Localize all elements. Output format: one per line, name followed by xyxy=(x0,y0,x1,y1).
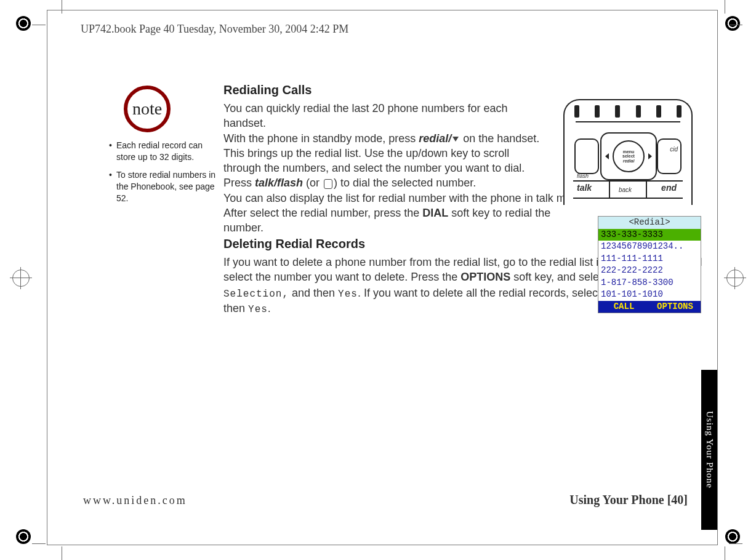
key-label-dial: DIAL xyxy=(422,207,448,219)
paragraph: Press talk/flash (or ) to dial the selec… xyxy=(223,175,593,190)
crop-mark-icon xyxy=(729,543,742,544)
crop-mark-icon xyxy=(729,25,742,25)
nav-center-button: menu select redial xyxy=(613,140,645,172)
text: ) to dial the selected number. xyxy=(334,177,476,189)
handset-top-bars xyxy=(565,105,691,119)
text: soft key, and select xyxy=(510,271,611,283)
softkey-call: CALL xyxy=(598,301,649,313)
registration-target-icon xyxy=(12,270,30,287)
text: With the phone in standby mode, press xyxy=(223,132,419,145)
menu-option-yes: Yes xyxy=(338,289,358,300)
paragraph: You can also display the list for redial… xyxy=(223,191,593,236)
crop-mark-icon xyxy=(725,546,725,560)
nav-pad: menu select redial xyxy=(600,132,657,180)
lcd-row: 111-111-1111 xyxy=(598,253,701,265)
lcd-screen: <Redial> 333-333-3333 12345678901234.. 1… xyxy=(598,216,701,313)
note-list: Each redial record can store up to 32 di… xyxy=(109,140,220,210)
softkey-options: OPTIONS xyxy=(649,301,701,313)
nav-left-icon xyxy=(605,153,609,159)
phonebook-button-outline xyxy=(574,138,599,174)
registration-mark-icon xyxy=(16,16,31,31)
lcd-row: 12345678901234.. xyxy=(598,241,701,253)
handset-screen-divider xyxy=(576,121,680,124)
label-talk: talk xyxy=(577,183,592,193)
nav-label-menu: menu xyxy=(623,150,635,154)
note-item: To store redial numbers in the Phonebook… xyxy=(109,169,220,204)
text: Press xyxy=(223,177,255,189)
registration-mark-icon xyxy=(16,529,31,544)
cid-button-outline xyxy=(657,138,682,174)
registration-mark-icon xyxy=(725,16,740,31)
lcd-title: <Redial> xyxy=(598,217,701,229)
lcd-softkey-row: CALL OPTIONS xyxy=(598,301,701,313)
note-icon: note xyxy=(124,86,171,132)
side-tab-label: Using Your Phone xyxy=(701,370,717,530)
footer-page-title: Using Your Phone [40] xyxy=(569,493,688,507)
text: (or xyxy=(303,177,323,189)
text: . xyxy=(268,302,271,314)
paragraph: With the phone in standby mode, press re… xyxy=(223,131,550,176)
footer-url: www.uniden.com xyxy=(83,494,187,507)
lcd-row: 1-817-858-3300 xyxy=(598,277,701,289)
handset-illustration: menu select redial cid flash talk back e… xyxy=(563,99,693,205)
nav-label-redial: redial xyxy=(623,159,635,163)
text: . If you want to delete all the redial r… xyxy=(358,287,604,299)
key-label-redial: redial/ xyxy=(419,132,451,145)
crop-mark-icon xyxy=(62,546,62,560)
crop-mark-icon xyxy=(32,25,46,25)
lcd-selected-row: 333-333-3333 xyxy=(598,229,701,241)
nav-right-icon xyxy=(648,153,652,159)
document-page: UP742.book Page 40 Tuesday, November 30,… xyxy=(47,10,718,545)
lcd-row: 222-222-2222 xyxy=(598,265,701,277)
text: and then xyxy=(289,287,338,299)
paragraph: You can quickly redial the last 20 phone… xyxy=(223,101,550,131)
nav-label-select: select xyxy=(622,154,635,158)
registration-target-icon xyxy=(726,270,744,287)
key-label-talk-flash: talk/flash xyxy=(255,177,303,189)
menu-option-yes: Yes xyxy=(248,304,268,315)
label-flash: flash xyxy=(577,173,589,179)
label-back: back xyxy=(619,186,632,193)
page-header-text: UP742.book Page 40 Tuesday, November 30,… xyxy=(81,23,348,36)
heading-redialing-calls: Redialing Calls xyxy=(223,82,710,98)
crop-mark-icon xyxy=(32,543,46,544)
note-label: note xyxy=(132,99,162,119)
label-end: end xyxy=(661,183,677,193)
key-label-options: OPTIONS xyxy=(460,271,510,283)
crop-mark-icon xyxy=(725,0,725,14)
lcd-row: 101-101-1010 xyxy=(598,289,701,301)
down-arrow-icon xyxy=(452,137,459,142)
registration-mark-icon xyxy=(725,529,740,544)
speaker-key-icon xyxy=(324,179,332,189)
label-cid: cid xyxy=(670,146,678,153)
note-item: Each redial record can store up to 32 di… xyxy=(109,140,220,163)
